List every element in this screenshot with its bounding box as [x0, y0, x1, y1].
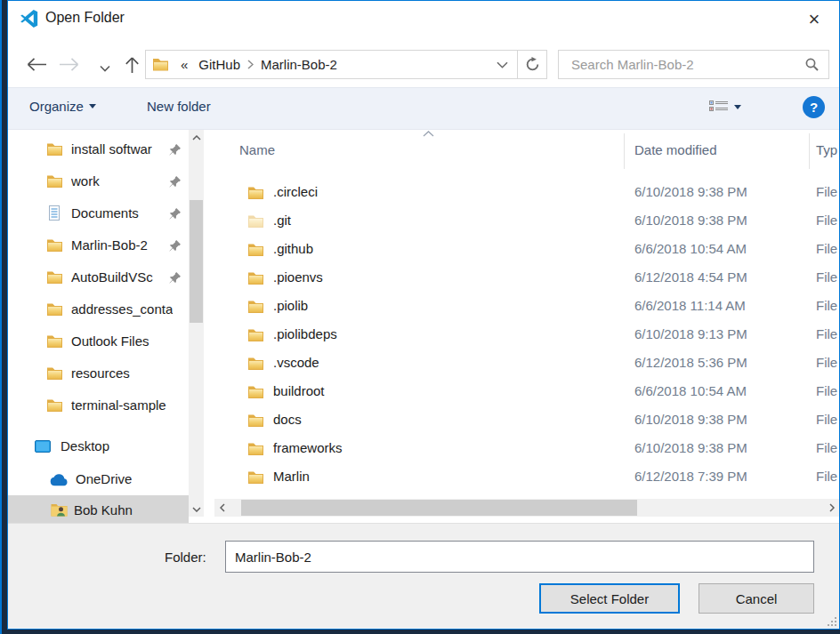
folder-icon	[47, 399, 62, 412]
dialog-footer: Folder: Select Folder Cancel	[8, 523, 839, 629]
sidebar-item-documents[interactable]: Documents	[8, 198, 189, 230]
cancel-button[interactable]: Cancel	[699, 583, 814, 614]
select-folder-button[interactable]: Select Folder	[539, 583, 680, 614]
chevron-down-icon	[89, 104, 96, 108]
command-toolbar: Organize New folder ?	[8, 87, 839, 130]
document-icon	[47, 205, 61, 221]
file-row-frameworks[interactable]: frameworks 6/10/2018 9:38 PM File	[214, 435, 839, 463]
column-header-date-modified[interactable]: Date modified	[634, 142, 717, 157]
sidebar-item-outlook-files[interactable]: Outlook Files	[8, 326, 189, 358]
folder-icon	[248, 329, 263, 341]
folder-icon	[248, 357, 263, 370]
folder-icon	[47, 335, 62, 348]
folder-icon	[47, 175, 62, 188]
folder-icon	[248, 215, 263, 228]
list-header: Name Date modified Typ	[214, 130, 839, 170]
search-icon[interactable]	[804, 57, 820, 72]
organize-button[interactable]: Organize	[29, 99, 96, 114]
folder-icon	[153, 59, 168, 71]
folder-name-input[interactable]	[225, 541, 814, 573]
file-row-circleci[interactable]: .circleci 6/10/2018 9:38 PM File	[214, 179, 839, 207]
scroll-right-icon[interactable]	[824, 500, 839, 515]
file-row-marlin[interactable]: Marlin 6/12/2018 7:39 PM File	[214, 463, 839, 492]
resize-grip[interactable]	[826, 615, 836, 626]
forward-button[interactable]	[59, 57, 80, 75]
file-row-docs[interactable]: docs 6/10/2018 9:38 PM File	[214, 406, 839, 435]
folder-label: Folder:	[165, 550, 206, 565]
address-bar[interactable]: « GitHub Marlin-Bob-2	[145, 50, 547, 79]
user-folder-icon	[51, 503, 68, 517]
scroll-left-icon[interactable]	[214, 500, 230, 515]
navigation-pane: install softwar work Documents	[8, 130, 189, 523]
breadcrumb-item-github[interactable]: GitHub	[193, 57, 246, 72]
file-row-buildroot[interactable]: buildroot 6/6/2018 10:54 AM File	[214, 378, 839, 406]
breadcrumb: « GitHub Marlin-Bob-2	[146, 51, 517, 78]
folder-icon	[248, 386, 263, 398]
back-button[interactable]	[26, 57, 47, 75]
window-edge-accent	[0, 0, 2, 634]
file-rows: .circleci 6/10/2018 9:38 PM File .git 6/…	[214, 179, 839, 492]
sidebar-item-resources[interactable]: resources	[8, 358, 189, 390]
refresh-icon	[525, 57, 540, 72]
pin-icon	[168, 143, 182, 156]
recent-locations-chevron-icon[interactable]	[100, 61, 110, 75]
sidebar-item-addresses-conta[interactable]: addresses_conta	[8, 294, 189, 326]
up-button[interactable]	[125, 56, 140, 76]
folder-icon	[47, 303, 62, 316]
folder-icon	[248, 301, 263, 313]
sidebar-item-work[interactable]: work	[8, 166, 189, 198]
sidebar-scrollbar[interactable]	[189, 130, 204, 517]
sidebar-item-onedrive[interactable]: OneDrive	[8, 464, 189, 496]
file-row-github[interactable]: .github 6/6/2018 10:54 AM File	[214, 236, 839, 264]
column-header-name[interactable]: Name	[239, 142, 275, 157]
organize-label: Organize	[29, 99, 84, 114]
column-divider[interactable]	[809, 133, 810, 169]
sidebar-scrollbar-thumb[interactable]	[190, 200, 203, 323]
breadcrumb-item-marlin-bob-2[interactable]: Marlin-Bob-2	[255, 57, 343, 72]
sidebar-item-desktop[interactable]: Desktop	[8, 431, 189, 463]
file-row-piolib[interactable]: .piolib 6/6/2018 11:14 AM File	[214, 293, 839, 321]
folder-icon	[47, 143, 62, 156]
title-bar[interactable]: Open Folder ×	[8, 1, 839, 36]
chevron-right-icon[interactable]	[246, 60, 255, 69]
address-dropdown-chevron-icon[interactable]	[488, 61, 517, 68]
sidebar-item-terminal-sample[interactable]: terminal-sample	[8, 390, 189, 422]
folder-icon	[47, 367, 62, 380]
search-input[interactable]	[569, 52, 796, 76]
navigation-bar: « GitHub Marlin-Bob-2	[8, 36, 839, 87]
breadcrumb-ellipsis[interactable]: «	[175, 57, 193, 72]
new-folder-button[interactable]: New folder	[147, 99, 211, 114]
folder-icon	[248, 471, 263, 484]
scroll-up-icon[interactable]	[189, 130, 204, 145]
file-list-horizontal-scrollbar[interactable]	[214, 499, 839, 517]
horizontal-scrollbar-thumb[interactable]	[241, 500, 637, 516]
sidebar-item-install-softwar[interactable]: install softwar	[8, 134, 189, 166]
folder-icon	[248, 244, 263, 256]
scroll-down-icon[interactable]	[189, 502, 204, 517]
refresh-button[interactable]	[517, 51, 546, 78]
sidebar-item-marlin-bob-2[interactable]: Marlin-Bob-2	[8, 230, 189, 262]
folder-icon	[47, 271, 62, 284]
file-row-git[interactable]: .git 6/10/2018 9:38 PM File	[214, 207, 839, 236]
file-row-pioenvs[interactable]: .pioenvs 6/12/2018 4:54 PM File	[214, 264, 839, 293]
vscode-icon	[20, 9, 39, 28]
help-button[interactable]: ?	[803, 96, 825, 118]
file-row-piolibdeps[interactable]: .piolibdeps 6/10/2018 9:13 PM File	[214, 321, 839, 349]
column-header-type[interactable]: Typ	[816, 142, 837, 157]
sidebar-item-autobuildvsc[interactable]: AutoBuildVSc	[8, 262, 189, 294]
file-row-vscode[interactable]: .vscode 6/12/2018 5:36 PM File	[214, 349, 839, 378]
sort-ascending-icon	[423, 131, 434, 137]
details-view-icon	[709, 100, 729, 114]
close-icon[interactable]: ×	[802, 8, 827, 31]
pin-icon	[168, 239, 182, 253]
sidebar-item-bob-kuhn[interactable]: Bob Kuhn	[8, 495, 189, 523]
folder-icon	[248, 414, 263, 427]
folder-icon	[248, 272, 263, 285]
new-folder-label: New folder	[147, 99, 211, 114]
cloud-icon	[49, 474, 69, 486]
pin-icon	[168, 207, 182, 221]
open-folder-dialog: Open Folder × « GitHub	[7, 0, 840, 630]
view-mode-button[interactable]	[709, 100, 741, 114]
column-divider[interactable]	[624, 133, 625, 169]
app-background: Open Folder × « GitHub	[0, 0, 840, 634]
